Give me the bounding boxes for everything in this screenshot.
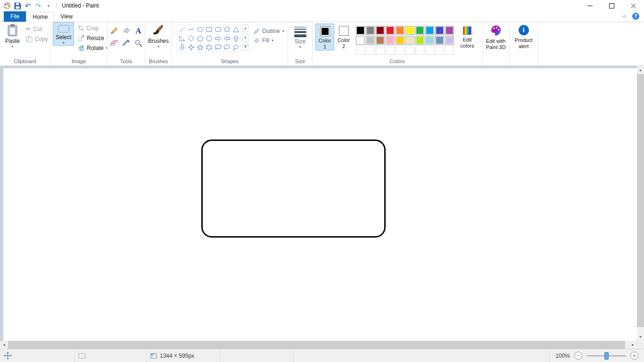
palette-color-swatch[interactable] (425, 26, 434, 35)
pencil-tool-button[interactable] (108, 25, 120, 36)
shape-curve[interactable] (187, 25, 195, 33)
shape-oval-callout[interactable] (223, 43, 231, 51)
shape-five-point-star[interactable] (196, 43, 204, 51)
shape-right-arrow[interactable] (214, 34, 222, 42)
palette-color-swatch[interactable] (356, 36, 365, 45)
palette-empty-slot[interactable] (386, 46, 395, 55)
shape-line[interactable] (178, 25, 186, 33)
size-button[interactable]: Size ▾ (292, 22, 309, 49)
scroll-left-arrow[interactable]: ◄ (0, 341, 8, 349)
eyedropper-tool-button[interactable] (121, 37, 132, 49)
minimize-button[interactable] (579, 0, 601, 11)
palette-color-swatch[interactable] (396, 36, 405, 45)
shapes-scroll-up-button[interactable]: ▲ (242, 24, 248, 32)
fill-dropdown-button[interactable]: Fill ▾ (253, 37, 284, 44)
close-button[interactable] (622, 0, 644, 11)
brushes-button[interactable]: Brushes ▾ (146, 22, 171, 49)
copy-button[interactable]: Copy (24, 34, 50, 44)
shape-rounded-rectangle[interactable] (214, 25, 222, 33)
shape-six-point-star[interactable] (205, 43, 213, 51)
palette-color-swatch[interactable] (445, 36, 454, 45)
palette-empty-slot[interactable] (415, 46, 424, 55)
shape-oval[interactable] (196, 25, 204, 33)
palette-color-swatch[interactable] (415, 36, 424, 45)
vertical-scroll-thumb[interactable] (637, 74, 644, 327)
tab-view[interactable]: View (54, 11, 79, 22)
select-button[interactable]: Select ▾ (53, 22, 74, 46)
palette-empty-slot[interactable] (376, 46, 385, 55)
shape-polygon[interactable] (223, 25, 231, 33)
shape-triangle[interactable] (231, 25, 240, 33)
palette-empty-slot[interactable] (366, 46, 375, 55)
magnifier-tool-button[interactable] (133, 37, 144, 49)
color2-button[interactable]: Color 2 (334, 24, 353, 49)
drawing-canvas[interactable] (3, 68, 637, 341)
palette-color-swatch[interactable] (435, 26, 444, 35)
shape-hexagon[interactable] (205, 34, 213, 42)
shape-down-arrow[interactable] (178, 43, 186, 51)
scroll-right-arrow[interactable]: ► (629, 341, 637, 349)
undo-button[interactable]: ↶ (23, 1, 33, 10)
palette-color-swatch[interactable] (415, 26, 424, 35)
shape-up-arrow[interactable] (231, 34, 240, 42)
cut-button[interactable]: ✂ Cut (24, 24, 50, 34)
fill-tool-button[interactable] (121, 25, 132, 36)
palette-color-swatch[interactable] (396, 26, 405, 35)
palette-color-swatch[interactable] (376, 26, 385, 35)
rotate-button[interactable]: Rotate ▾ (76, 43, 109, 53)
palette-color-swatch[interactable] (405, 26, 414, 35)
vertical-scroll-track[interactable] (637, 74, 644, 333)
palette-color-swatch[interactable] (425, 36, 434, 45)
scroll-down-arrow[interactable]: ▼ (637, 333, 644, 341)
shapes-scroll-down-button[interactable]: ▼ (242, 33, 248, 41)
vertical-scrollbar[interactable]: ▲ ▼ (637, 66, 644, 341)
color1-button[interactable]: Color 1 (315, 24, 334, 50)
crop-button[interactable]: Crop (76, 23, 109, 33)
palette-empty-slot[interactable] (396, 46, 405, 55)
horizontal-scroll-track[interactable] (8, 341, 629, 349)
palette-color-swatch[interactable] (386, 36, 395, 45)
palette-color-swatch[interactable] (366, 36, 375, 45)
save-button[interactable] (12, 1, 23, 10)
tab-file[interactable]: File (4, 11, 26, 22)
shape-four-point-star[interactable] (187, 43, 195, 51)
help-button[interactable]: ? (632, 13, 639, 20)
shape-cloud-callout[interactable] (231, 43, 240, 51)
shape-pentagon[interactable] (196, 34, 204, 42)
text-tool-button[interactable]: A (133, 25, 144, 36)
product-alert-button[interactable]: i Product alert (510, 22, 537, 49)
eraser-tool-button[interactable] (108, 37, 120, 49)
palette-color-swatch[interactable] (405, 36, 414, 45)
palette-color-swatch[interactable] (356, 26, 365, 35)
palette-empty-slot[interactable] (405, 46, 414, 55)
paste-button[interactable]: Paste ▾ (3, 22, 22, 49)
shapes-more-button[interactable]: ▼ (242, 43, 248, 51)
palette-color-swatch[interactable] (445, 26, 454, 35)
palette-color-swatch[interactable] (435, 36, 444, 45)
palette-color-swatch[interactable] (386, 26, 395, 35)
palette-empty-slot[interactable] (356, 46, 365, 55)
horizontal-scroll-thumb[interactable] (8, 341, 625, 349)
zoom-slider-thumb[interactable] (604, 352, 609, 360)
customize-quick-access-button[interactable]: ▾ (43, 1, 54, 10)
shape-rectangle[interactable] (205, 25, 213, 33)
palette-empty-slot[interactable] (445, 46, 454, 55)
shape-rounded-callout[interactable] (214, 43, 222, 51)
horizontal-scrollbar[interactable]: ◄ ► (0, 341, 637, 349)
edit-with-paint3d-button[interactable]: Edit with Paint 3D (482, 22, 509, 50)
palette-empty-slot[interactable] (435, 46, 444, 55)
resize-button[interactable]: Resize (76, 33, 109, 43)
scroll-up-arrow[interactable]: ▲ (637, 66, 644, 74)
outline-dropdown-button[interactable]: Outline ▾ (253, 28, 284, 34)
palette-color-swatch[interactable] (366, 26, 375, 35)
redo-button[interactable]: ↷ (33, 1, 43, 10)
tab-home[interactable]: Home (26, 12, 54, 22)
maximize-button[interactable] (601, 0, 622, 11)
paint-app-icon[interactable] (2, 1, 12, 10)
shape-right-triangle[interactable] (178, 34, 186, 42)
zoom-out-button[interactable]: − (574, 352, 582, 360)
zoom-in-button[interactable]: + (630, 352, 638, 360)
zoom-slider[interactable] (586, 352, 626, 360)
palette-empty-slot[interactable] (425, 46, 434, 55)
edit-colors-button[interactable]: Edit colors (457, 24, 478, 49)
